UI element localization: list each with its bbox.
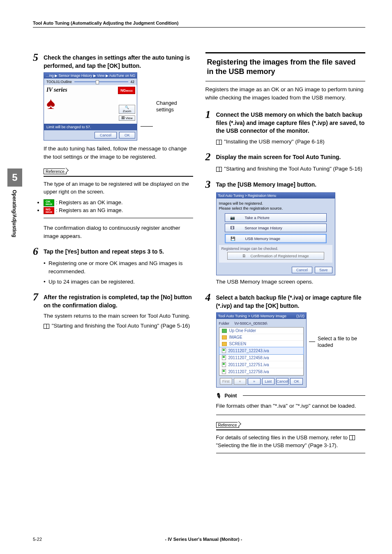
folder-icon [222,335,227,339]
r-step-number-2: 2 [205,152,214,162]
reg-cancel-button[interactable]: Cancel [292,267,312,273]
file-icon [222,348,226,353]
book-icon [349,435,355,440]
step-7-body: The system returns to the main screen fo… [44,312,193,320]
r-step-number-3: 3 [205,179,214,190]
zoom-button[interactable]: 🔍 Zoom [119,105,135,114]
last-button[interactable]: Last [262,378,274,385]
file-item-selected[interactable]: 20111207_122243.iva [219,347,303,354]
take-picture-button[interactable]: 📷 Take a Picture [225,213,327,222]
document-icon: 🗎 [242,254,246,258]
changed-settings-callout: Changed settings [156,100,193,113]
file-icon [222,369,226,374]
film-icon: 🎞 [228,226,237,230]
step-5-note: If the auto tuning has failed, follow th… [44,145,193,162]
file-page-indicator: (1/2) [296,314,304,318]
file-icon [222,355,226,360]
reference-box: The type of an image to be registered wi… [44,176,193,218]
spade-icon: ♠ [46,95,115,111]
folder-path: \IV-500CA_0D5036\ [235,321,267,325]
first-button[interactable]: First [220,378,232,385]
file-browser-screenshot: Tool Auto Tuning > USB Memory Image (1/2… [216,312,366,388]
confirm-registered-image-button[interactable]: 🗎 Confirmation of Registered Image [227,252,324,260]
camera-icon: 📷 [228,215,237,220]
footer-title: - IV Series User's Manual (Monitor) - [165,537,242,542]
file-item[interactable]: 20111207_122758.iva [219,368,303,375]
ng-desc: : Registers as an NG image. [56,207,123,213]
chapter-side-tab: 5 Operating/Adjusting [7,169,22,240]
pen-icon: ✎ [214,392,224,400]
sensor-image-history-button[interactable]: 🎞 Sensor Image History [225,224,327,232]
status-message: Limit will be changed to 57. [44,124,137,130]
step-6-bullet-1: Registering one or more OK images and NG… [44,259,193,276]
r-step-3-caption: The USB Memory Image screen opens. [216,279,366,285]
window-title: …ing ▶ Sensor Image History ▶ View ▶ Aut… [44,73,137,78]
r-step-2-reference: "Starting and finishing the Tool Auto Tu… [224,166,362,172]
file-icon [222,362,226,367]
r-step-4-title: Select a batch backup file (*.iva) or im… [216,292,366,310]
ng-badge-icon: NGIMAGE [44,207,54,214]
ok-badge-icon: OKIMAGE [44,199,54,206]
next-button[interactable]: » [248,378,260,385]
chapter-label: Operating/Adjusting [7,187,21,240]
reg-save-button[interactable]: Save [315,267,332,273]
step-number-7: 7 [33,292,41,302]
prev-button[interactable]: « [234,378,246,385]
folder-image[interactable]: IMAGE [219,334,303,341]
r-step-1-title: Connect the USB memory on which the batc… [216,109,366,135]
up-folder-icon [222,329,227,333]
folder-label: Folder [219,321,230,325]
registration-menu-screenshot: Tool Auto Tuning > Registration Menu Ima… [216,192,366,276]
r-step-number-4: 4 [205,292,214,303]
page-number: 5-22 [33,537,42,542]
r-step-3-title: Tap the [USB Memory Image] button. [216,179,317,189]
step-6-title: Tap the [Yes] button and repeat steps 3 … [44,246,164,256]
reg-msg-2: Please select the registration source. [219,206,332,211]
folder-screen[interactable]: SCREEN [219,341,303,347]
select-file-callout: Select a file to be loaded [318,335,365,349]
ok-desc: : Registers as an OK image. [56,199,123,205]
step-7-title: After the registration is completed, tap… [44,292,193,309]
step-6-bullet-2: Up to 24 images can be registered. [44,278,193,286]
reference-intro: The type of an image to be registered wi… [44,180,193,196]
r-step-1-reference: "Installing the USB memory" (Page 6-18) [224,138,324,145]
toolbar-label: TOOL01:Outline [46,80,72,84]
book-icon [216,140,222,145]
ok-image-bullet: OKIMAGE : Registers as an OK image. [44,199,193,207]
file-cancel-button[interactable]: Cancel [276,378,288,385]
reg-msg-1: Images will be registered. [219,201,332,206]
chapter-number: 5 [7,169,22,187]
cancel-button[interactable]: Cancel [95,132,117,138]
file-window-title: Tool Auto Tuning > USB Memory Image [218,314,287,318]
reg-window-title: Tool Auto Tuning > Registration Menu [217,193,335,199]
page-header: Tool Auto Tuning (Automatically Adjustin… [33,21,365,28]
reference-box-2: For details of selecting files in the US… [216,429,366,453]
ng-image-bullet: NGIMAGE : Registers as an NG image. [44,206,193,215]
toolbar-value: 42 [131,80,134,84]
section-intro: Registers the image as an OK or an NG im… [205,85,366,102]
section-title: Registering the images from the file sav… [205,52,366,81]
book-icon [216,167,222,172]
usb-icon: 💾 [229,236,237,241]
file-item[interactable]: 20111207_122751.iva [219,361,303,368]
reference-label: Reference [44,169,67,174]
file-item[interactable]: 20111207_122458.iva [219,354,303,361]
ng-image-badge: NGIMAGE [118,87,135,94]
folder-icon [222,342,227,346]
point-box: File formats other than "*.iva" or "*.iv… [216,399,366,415]
ok-button[interactable]: OK [119,132,135,138]
usb-memory-image-button[interactable]: 💾 USB Memory Image [225,234,327,243]
point-label: Point [225,393,237,399]
step-5-title: Check the changes in settings after the … [44,52,193,70]
view-button[interactable]: 🖼 View [119,115,135,121]
step-5-screenshot: …ing ▶ Sensor Image History ▶ View ▶ Aut… [44,72,193,141]
reg-sub-msg: Registered image can be checked. [221,247,330,251]
step-number-6: 6 [33,246,41,257]
r-step-2-title: Display the main screen for Tool Auto Tu… [216,152,341,162]
r-step-number-1: 1 [205,109,214,120]
book-icon [44,324,49,329]
up-one-folder[interactable]: Up One Folder [219,328,303,334]
step-5-confirm: The confirmation dialog to continuously … [44,224,193,241]
reference-label-2: Reference [216,422,239,428]
file-ok-button[interactable]: OK [290,378,302,385]
